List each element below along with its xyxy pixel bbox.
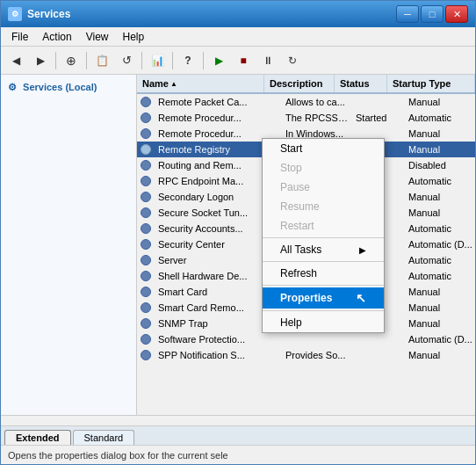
service-desc: Provides So... [282,350,352,360]
table-row[interactable]: SPP Notification S... Provides So... Man… [137,347,475,363]
service-startup: Manual [405,287,475,297]
service-startup: Automatic [405,255,475,265]
toolbar-sep-3 [141,52,142,69]
status-text: Opens the properties dialog box for the … [8,450,228,461]
main-content: ⚙ Services (Local) Name ▲ Description St… [1,75,475,415]
ctx-start[interactable]: Start [263,139,384,158]
context-menu: Start Stop Pause Resume Restart All Task… [262,138,385,333]
table-row[interactable]: Remote Packet Ca... Allows to ca... Manu… [137,94,475,110]
service-name: Software Protectio... [155,334,282,345]
toolbar-sep-2 [86,52,87,69]
service-icon [139,190,153,204]
service-desc: In Windows... [282,128,352,139]
help-toolbar-button[interactable]: ? [177,50,199,71]
cursor-icon: ↖ [356,291,366,305]
table-header: Name ▲ Description Status Startup Type [137,75,475,94]
service-icon [139,332,153,346]
service-icon [139,222,153,236]
minimize-button[interactable]: ─ [396,5,419,23]
left-panel-icon: ⚙ [8,82,17,92]
status-bar: Opens the properties dialog box for the … [1,445,475,464]
window-controls: ─ □ ✕ [396,5,468,23]
column-header-status[interactable]: Status [335,75,387,92]
action-button[interactable]: ⊕ [60,50,83,71]
service-startup: Manual [405,350,475,360]
ctx-refresh[interactable]: Refresh [263,264,384,283]
service-startup: Automatic [405,223,475,234]
menu-help[interactable]: Help [116,29,152,45]
service-icon [139,127,153,141]
right-panel: Name ▲ Description Status Startup Type R… [137,75,475,415]
service-startup: Automatic [405,176,475,186]
ctx-resume: Resume [263,197,384,216]
left-panel-title: ⚙ Services (Local) [8,82,129,93]
service-startup: Disabled [405,160,475,171]
service-startup-remote-registry: Manual [405,144,475,155]
restart-button[interactable]: ↻ [281,50,304,71]
column-header-name[interactable]: Name ▲ [137,75,264,92]
properties-button[interactable]: 📋 [90,50,113,71]
toolbar-sep-4 [172,52,173,69]
service-icon [139,301,153,315]
ctx-sep-3 [263,285,384,286]
pause-button[interactable]: ⏸ [256,50,279,71]
window-title: Services [27,8,396,20]
toolbar: ◀ ▶ ⊕ 📋 ↺ 📊 ? ▶ ■ ⏸ ↻ [1,47,475,75]
close-button[interactable]: ✕ [445,5,468,23]
service-name: Remote Procedur... [155,128,282,139]
tab-extended[interactable]: Extended [4,430,71,445]
ctx-properties[interactable]: Properties ↖ [263,287,384,309]
forward-button[interactable]: ▶ [29,50,52,71]
service-icon [139,174,153,188]
service-startup: Manual [405,207,475,218]
refresh-toolbar-button[interactable]: ↺ [115,50,138,71]
service-startup: Automatic [405,113,475,123]
service-startup: Manual [405,192,475,202]
window-icon: ⚙ [8,7,22,21]
ctx-all-tasks[interactable]: All Tasks ▶ [263,240,384,259]
service-desc: The RPCSS ... [282,113,352,123]
stop-toolbar-button[interactable]: ■ [232,50,255,71]
service-icon [139,253,153,267]
service-startup: Automatic (D... [405,239,475,250]
service-status: Started [352,113,405,123]
service-startup: Manual [405,128,475,139]
service-icon [139,348,153,362]
back-button[interactable]: ◀ [4,50,27,71]
service-startup: Manual [405,97,475,107]
ctx-stop: Stop [263,158,384,178]
table-row[interactable]: Remote Procedur... The RPCSS ... Started… [137,110,475,126]
service-name: SPP Notification S... [155,350,282,360]
export-button[interactable]: 📊 [146,50,169,71]
ctx-sep-1 [263,237,384,238]
service-startup: Automatic [405,271,475,281]
service-icon [139,316,153,331]
menu-action[interactable]: Action [35,29,78,45]
ctx-sep-4 [263,310,384,311]
menu-file[interactable]: File [4,29,35,45]
ctx-sep-2 [263,261,384,262]
maximize-button[interactable]: □ [421,5,444,23]
play-button[interactable]: ▶ [207,50,230,71]
ctx-help[interactable]: Help [263,313,384,332]
service-icon [139,237,153,251]
service-startup: Manual [405,318,475,329]
service-startup: Automatic (D... [405,334,475,345]
services-window: ⚙ Services ─ □ ✕ File Action View Help ◀… [0,0,476,465]
service-icon [139,95,153,109]
submenu-arrow-icon: ▶ [359,245,366,255]
column-header-description[interactable]: Description [264,75,335,92]
bottom-tabs: Extended Standard [1,425,475,445]
menu-bar: File Action View Help [1,27,475,47]
left-panel: ⚙ Services (Local) [1,75,137,415]
table-row[interactable]: Software Protectio... Automatic (D... [137,331,475,347]
menu-view[interactable]: View [79,29,116,45]
tab-standard[interactable]: Standard [73,430,135,445]
column-header-startup[interactable]: Startup Type [387,75,475,92]
service-name: Remote Packet Ca... [155,97,282,107]
sort-arrow: ▲ [170,80,177,88]
service-icon [139,158,153,172]
toolbar-sep-1 [55,52,56,69]
horizontal-scrollbar[interactable] [1,415,475,425]
title-bar: ⚙ Services ─ □ ✕ [1,1,475,27]
